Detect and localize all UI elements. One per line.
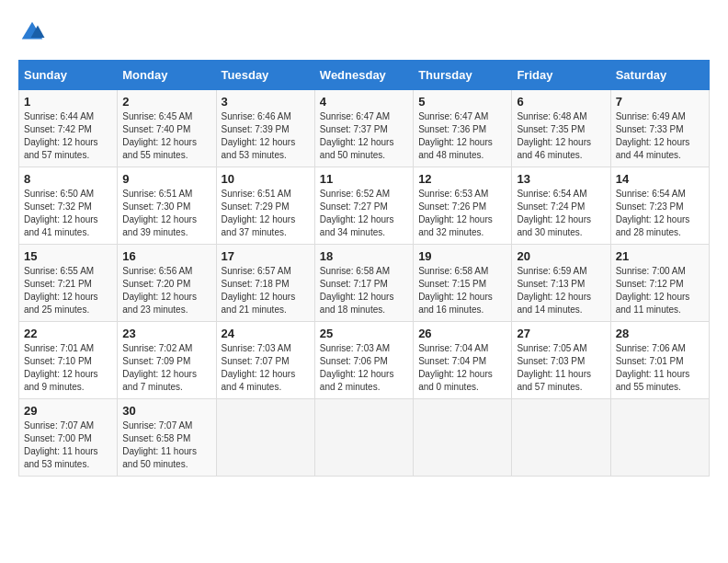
day-number: 26 — [418, 327, 506, 340]
day-number: 4 — [320, 95, 408, 109]
calendar-cell: 9 Sunrise: 6:51 AM Sunset: 7:30 PM Dayli… — [118, 167, 216, 245]
week-row-3: 15 Sunrise: 6:55 AM Sunset: 7:21 PM Dayl… — [19, 245, 710, 322]
day-number: 14 — [616, 172, 704, 186]
day-number: 24 — [222, 327, 310, 340]
calendar-cell: 30 Sunrise: 7:07 AM Sunset: 6:58 PM Dayl… — [118, 399, 216, 477]
day-info: Sunrise: 6:52 AM Sunset: 7:27 PM Dayligh… — [320, 188, 408, 239]
day-info: Sunrise: 7:01 AM Sunset: 7:10 PM Dayligh… — [24, 342, 112, 394]
calendar-cell — [512, 399, 610, 477]
calendar: SundayMondayTuesdayWednesdayThursdayFrid… — [18, 60, 710, 477]
calendar-cell — [610, 399, 709, 477]
day-info: Sunrise: 6:44 AM Sunset: 7:42 PM Dayligh… — [24, 110, 112, 162]
day-number: 13 — [517, 172, 605, 186]
day-number: 9 — [122, 172, 210, 186]
day-number: 17 — [222, 249, 310, 263]
day-number: 1 — [24, 95, 112, 109]
calendar-cell: 29 Sunrise: 7:07 AM Sunset: 7:00 PM Dayl… — [19, 399, 118, 477]
calendar-cell — [314, 399, 413, 477]
calendar-cell: 14 Sunrise: 6:54 AM Sunset: 7:23 PM Dayl… — [610, 167, 709, 245]
day-number: 15 — [24, 249, 112, 263]
day-number: 21 — [616, 249, 704, 263]
day-number: 22 — [24, 327, 112, 340]
day-info: Sunrise: 7:00 AM Sunset: 7:12 PM Dayligh… — [616, 265, 704, 316]
day-info: Sunrise: 6:54 AM Sunset: 7:23 PM Dayligh… — [616, 188, 704, 239]
day-info: Sunrise: 7:05 AM Sunset: 7:03 PM Dayligh… — [517, 342, 605, 394]
logo — [18, 18, 51, 46]
day-info: Sunrise: 6:58 AM Sunset: 7:17 PM Dayligh… — [320, 265, 408, 316]
day-number: 27 — [517, 327, 605, 340]
calendar-cell: 26 Sunrise: 7:04 AM Sunset: 7:04 PM Dayl… — [414, 322, 512, 399]
week-row-1: 1 Sunrise: 6:44 AM Sunset: 7:42 PM Dayli… — [19, 90, 710, 167]
calendar-cell: 16 Sunrise: 6:56 AM Sunset: 7:20 PM Dayl… — [118, 245, 216, 322]
calendar-cell: 1 Sunrise: 6:44 AM Sunset: 7:42 PM Dayli… — [19, 90, 118, 167]
calendar-cell: 5 Sunrise: 6:47 AM Sunset: 7:36 PM Dayli… — [414, 90, 512, 167]
calendar-cell: 23 Sunrise: 7:02 AM Sunset: 7:09 PM Dayl… — [118, 322, 216, 399]
day-info: Sunrise: 6:48 AM Sunset: 7:35 PM Dayligh… — [517, 110, 605, 162]
day-number: 3 — [222, 95, 310, 109]
day-header-sunday: Sunday — [19, 61, 118, 90]
calendar-cell: 3 Sunrise: 6:46 AM Sunset: 7:39 PM Dayli… — [216, 90, 314, 167]
day-number: 10 — [222, 172, 310, 186]
day-info: Sunrise: 6:53 AM Sunset: 7:26 PM Dayligh… — [418, 188, 506, 239]
day-info: Sunrise: 6:59 AM Sunset: 7:13 PM Dayligh… — [517, 265, 605, 316]
calendar-cell: 2 Sunrise: 6:45 AM Sunset: 7:40 PM Dayli… — [118, 90, 216, 167]
day-number: 19 — [418, 249, 506, 263]
day-header-saturday: Saturday — [610, 61, 709, 90]
calendar-cell: 13 Sunrise: 6:54 AM Sunset: 7:24 PM Dayl… — [512, 167, 610, 245]
calendar-cell: 25 Sunrise: 7:03 AM Sunset: 7:06 PM Dayl… — [314, 322, 413, 399]
week-row-4: 22 Sunrise: 7:01 AM Sunset: 7:10 PM Dayl… — [19, 322, 710, 399]
week-row-5: 29 Sunrise: 7:07 AM Sunset: 7:00 PM Dayl… — [19, 399, 710, 477]
page-header — [18, 18, 710, 46]
day-number: 29 — [24, 404, 112, 418]
day-info: Sunrise: 6:51 AM Sunset: 7:29 PM Dayligh… — [222, 188, 310, 239]
calendar-cell — [216, 399, 314, 477]
day-number: 8 — [24, 172, 112, 186]
day-info: Sunrise: 6:54 AM Sunset: 7:24 PM Dayligh… — [517, 188, 605, 239]
day-info: Sunrise: 6:58 AM Sunset: 7:15 PM Dayligh… — [418, 265, 506, 316]
day-info: Sunrise: 7:04 AM Sunset: 7:04 PM Dayligh… — [418, 342, 506, 394]
calendar-cell: 12 Sunrise: 6:53 AM Sunset: 7:26 PM Dayl… — [414, 167, 512, 245]
day-header-thursday: Thursday — [414, 61, 512, 90]
day-info: Sunrise: 7:07 AM Sunset: 7:00 PM Dayligh… — [24, 419, 112, 471]
calendar-cell: 10 Sunrise: 6:51 AM Sunset: 7:29 PM Dayl… — [216, 167, 314, 245]
calendar-cell: 21 Sunrise: 7:00 AM Sunset: 7:12 PM Dayl… — [610, 245, 709, 322]
day-number: 20 — [517, 249, 605, 263]
day-number: 7 — [616, 95, 704, 109]
day-info: Sunrise: 6:57 AM Sunset: 7:18 PM Dayligh… — [222, 265, 310, 316]
day-info: Sunrise: 7:07 AM Sunset: 6:58 PM Dayligh… — [122, 419, 210, 471]
day-info: Sunrise: 6:45 AM Sunset: 7:40 PM Dayligh… — [122, 110, 210, 162]
calendar-cell: 18 Sunrise: 6:58 AM Sunset: 7:17 PM Dayl… — [314, 245, 413, 322]
day-header-friday: Friday — [512, 61, 610, 90]
day-info: Sunrise: 6:49 AM Sunset: 7:33 PM Dayligh… — [616, 110, 704, 162]
calendar-cell: 11 Sunrise: 6:52 AM Sunset: 7:27 PM Dayl… — [314, 167, 413, 245]
calendar-cell: 15 Sunrise: 6:55 AM Sunset: 7:21 PM Dayl… — [19, 245, 118, 322]
day-info: Sunrise: 7:06 AM Sunset: 7:01 PM Dayligh… — [616, 342, 704, 394]
day-number: 11 — [320, 172, 408, 186]
calendar-cell: 6 Sunrise: 6:48 AM Sunset: 7:35 PM Dayli… — [512, 90, 610, 167]
day-info: Sunrise: 6:55 AM Sunset: 7:21 PM Dayligh… — [24, 265, 112, 316]
calendar-cell — [414, 399, 512, 477]
day-header-tuesday: Tuesday — [216, 61, 314, 90]
day-number: 16 — [122, 249, 210, 263]
day-info: Sunrise: 6:46 AM Sunset: 7:39 PM Dayligh… — [222, 110, 310, 162]
calendar-cell: 20 Sunrise: 6:59 AM Sunset: 7:13 PM Dayl… — [512, 245, 610, 322]
day-number: 2 — [122, 95, 210, 109]
day-info: Sunrise: 6:47 AM Sunset: 7:37 PM Dayligh… — [320, 110, 408, 162]
day-info: Sunrise: 6:56 AM Sunset: 7:20 PM Dayligh… — [122, 265, 210, 316]
calendar-cell: 28 Sunrise: 7:06 AM Sunset: 7:01 PM Dayl… — [610, 322, 709, 399]
calendar-cell: 19 Sunrise: 6:58 AM Sunset: 7:15 PM Dayl… — [414, 245, 512, 322]
day-number: 25 — [320, 327, 408, 340]
day-number: 28 — [616, 327, 704, 340]
calendar-header: SundayMondayTuesdayWednesdayThursdayFrid… — [19, 61, 710, 90]
day-number: 5 — [418, 95, 506, 109]
day-number: 23 — [122, 327, 210, 340]
logo-icon — [18, 18, 46, 46]
calendar-cell: 7 Sunrise: 6:49 AM Sunset: 7:33 PM Dayli… — [610, 90, 709, 167]
calendar-cell: 4 Sunrise: 6:47 AM Sunset: 7:37 PM Dayli… — [314, 90, 413, 167]
day-info: Sunrise: 7:03 AM Sunset: 7:06 PM Dayligh… — [320, 342, 408, 394]
day-header-wednesday: Wednesday — [314, 61, 413, 90]
calendar-cell: 22 Sunrise: 7:01 AM Sunset: 7:10 PM Dayl… — [19, 322, 118, 399]
day-number: 18 — [320, 249, 408, 263]
calendar-cell: 8 Sunrise: 6:50 AM Sunset: 7:32 PM Dayli… — [19, 167, 118, 245]
day-info: Sunrise: 6:50 AM Sunset: 7:32 PM Dayligh… — [24, 188, 112, 239]
